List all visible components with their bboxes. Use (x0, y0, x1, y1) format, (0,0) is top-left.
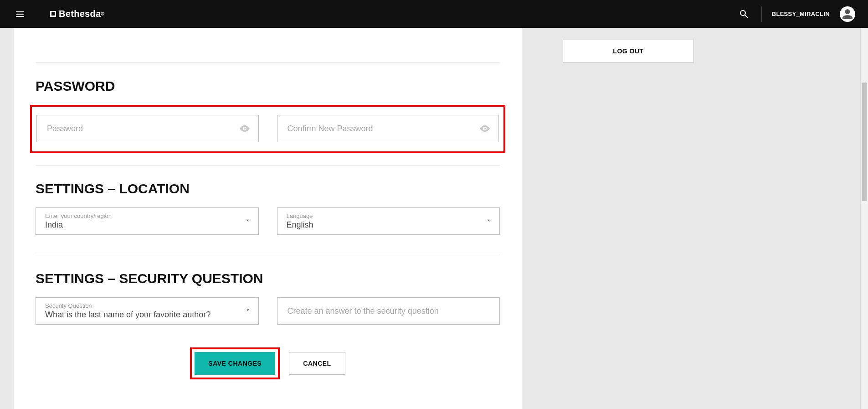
security-question-select[interactable]: Security Question What is the last name … (36, 297, 259, 325)
page-body: PASSWORD (0, 28, 868, 409)
eye-icon (239, 123, 250, 134)
search-button[interactable] (737, 7, 751, 21)
chevron-down-icon (245, 307, 251, 315)
country-select-value: India (45, 220, 63, 229)
person-icon (842, 8, 853, 20)
search-icon (739, 9, 750, 20)
brand-square-icon (50, 11, 56, 17)
settings-card: PASSWORD (14, 28, 522, 409)
section-title-security: SETTINGS – SECURITY QUESTION (36, 271, 500, 286)
avatar[interactable] (840, 6, 855, 22)
annotation-save-highlight: SAVE CHANGES (190, 347, 280, 379)
country-select[interactable]: Enter your country/region India (36, 207, 259, 235)
section-divider (36, 255, 500, 255)
scrollbar-thumb[interactable] (862, 83, 867, 201)
eye-icon (479, 123, 490, 134)
security-question-label: Security Question (45, 302, 236, 309)
brand-logo[interactable]: Bethesda ® (50, 9, 104, 19)
language-select-label: Language (287, 212, 477, 219)
toggle-password-visibility[interactable] (238, 122, 251, 135)
language-select[interactable]: Language English (277, 207, 500, 235)
language-select-value: English (287, 220, 313, 229)
password-field-wrapper (36, 115, 259, 142)
chevron-down-icon (486, 217, 492, 225)
section-divider (36, 165, 500, 166)
password-input[interactable] (47, 124, 236, 134)
annotation-password-highlight (30, 105, 505, 153)
section-divider (36, 62, 500, 63)
confirm-password-input[interactable] (288, 124, 476, 134)
country-select-label: Enter your country/region (45, 212, 236, 219)
account-sidebar: LOG OUT (563, 40, 694, 62)
cancel-button[interactable]: CANCEL (289, 352, 345, 375)
brand-reg-mark: ® (101, 11, 104, 16)
security-answer-input[interactable] (288, 306, 477, 316)
vertical-scrollbar[interactable] (860, 28, 868, 409)
hamburger-icon (15, 9, 26, 20)
section-title-password: PASSWORD (36, 78, 500, 94)
header-username[interactable]: BLESSY_MIRACLIN (772, 10, 830, 17)
brand-text: Bethesda (59, 9, 101, 19)
app-header: Bethesda ® BLESSY_MIRACLIN (0, 0, 868, 28)
logout-button[interactable]: LOG OUT (563, 40, 694, 62)
header-divider (761, 6, 762, 22)
confirm-password-field-wrapper (277, 115, 499, 142)
form-actions: SAVE CHANGES CANCEL (36, 347, 500, 379)
security-answer-field-wrapper (277, 297, 500, 325)
chevron-down-icon (245, 217, 251, 225)
menu-button[interactable] (13, 7, 27, 21)
save-changes-button[interactable]: SAVE CHANGES (195, 352, 275, 375)
toggle-confirm-password-visibility[interactable] (478, 122, 491, 135)
section-title-location: SETTINGS – LOCATION (36, 181, 500, 197)
security-question-value: What is the last name of your favorite a… (45, 310, 211, 319)
